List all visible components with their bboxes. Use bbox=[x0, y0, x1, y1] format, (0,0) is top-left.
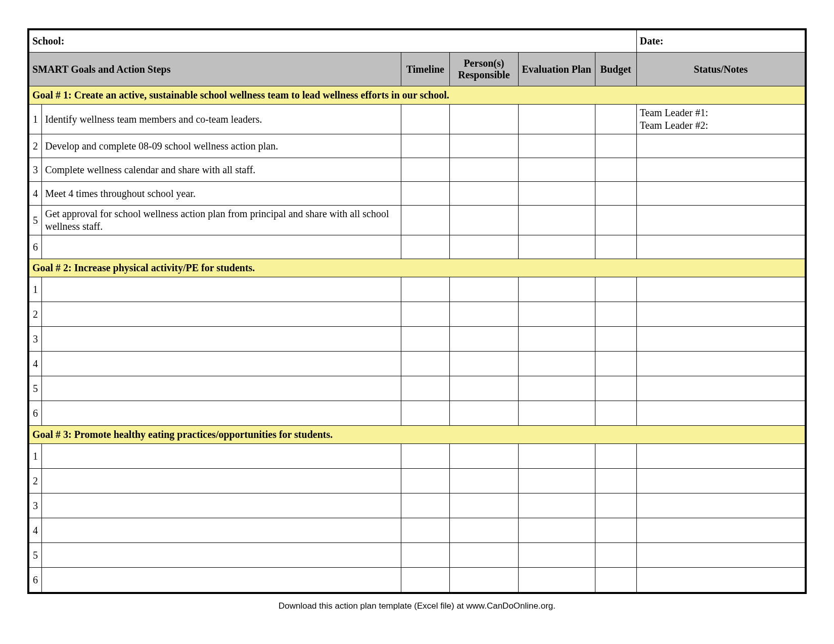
persons-cell bbox=[450, 352, 519, 376]
table-row: 1 Identify wellness team members and co-… bbox=[28, 105, 806, 134]
persons-cell bbox=[450, 518, 519, 543]
table-row: 3 Complete wellness calendar and share w… bbox=[28, 158, 806, 182]
timeline-cell bbox=[401, 543, 450, 568]
eval-cell bbox=[518, 134, 595, 158]
table-row: 2 bbox=[28, 469, 806, 493]
row-number: 4 bbox=[28, 518, 42, 543]
notes-cell bbox=[636, 493, 806, 518]
timeline-cell bbox=[401, 376, 450, 401]
budget-cell bbox=[595, 327, 636, 352]
budget-cell bbox=[595, 401, 636, 426]
persons-cell bbox=[450, 401, 519, 426]
persons-cell bbox=[450, 134, 519, 158]
row-number: 3 bbox=[28, 493, 42, 518]
notes-cell bbox=[636, 134, 806, 158]
notes-cell bbox=[636, 444, 806, 469]
school-label: School: bbox=[28, 29, 636, 53]
row-number: 5 bbox=[28, 206, 42, 235]
persons-cell bbox=[450, 469, 519, 493]
persons-cell bbox=[450, 182, 519, 206]
notes-cell bbox=[636, 182, 806, 206]
persons-cell bbox=[450, 302, 519, 327]
step-cell bbox=[42, 469, 401, 493]
table-row: 3 bbox=[28, 327, 806, 352]
eval-cell bbox=[518, 182, 595, 206]
row-number: 5 bbox=[28, 376, 42, 401]
row-number: 6 bbox=[28, 568, 42, 593]
row-number: 1 bbox=[28, 277, 42, 302]
step-cell bbox=[42, 401, 401, 426]
timeline-cell bbox=[401, 469, 450, 493]
eval-cell bbox=[518, 158, 595, 182]
row-number: 3 bbox=[28, 158, 42, 182]
eval-cell bbox=[518, 543, 595, 568]
goal-2-title: Goal # 2: Increase physical activity/PE … bbox=[28, 259, 806, 277]
notes-cell: Team Leader #1:Team Leader #2: bbox=[636, 105, 806, 134]
eval-cell bbox=[518, 302, 595, 327]
row-number: 4 bbox=[28, 182, 42, 206]
table-row: 6 bbox=[28, 568, 806, 593]
row-number: 2 bbox=[28, 302, 42, 327]
eval-cell bbox=[518, 401, 595, 426]
step-cell bbox=[42, 376, 401, 401]
timeline-cell bbox=[401, 134, 450, 158]
notes-cell bbox=[636, 352, 806, 376]
persons-cell bbox=[450, 235, 519, 259]
timeline-cell bbox=[401, 158, 450, 182]
step-cell bbox=[42, 568, 401, 593]
timeline-cell bbox=[401, 105, 450, 134]
row-number: 6 bbox=[28, 401, 42, 426]
budget-cell bbox=[595, 568, 636, 593]
timeline-cell bbox=[401, 444, 450, 469]
persons-cell bbox=[450, 444, 519, 469]
notes-cell bbox=[636, 277, 806, 302]
step-cell bbox=[42, 277, 401, 302]
step-cell bbox=[42, 235, 401, 259]
table-row: 4 bbox=[28, 518, 806, 543]
table-row: 5 bbox=[28, 543, 806, 568]
goal-2-title-row: Goal # 2: Increase physical activity/PE … bbox=[28, 259, 806, 277]
goal-1-title-row: Goal # 1: Create an active, sustainable … bbox=[28, 86, 806, 105]
row-number: 3 bbox=[28, 327, 42, 352]
eval-cell bbox=[518, 277, 595, 302]
persons-cell bbox=[450, 206, 519, 235]
eval-cell bbox=[518, 105, 595, 134]
budget-cell bbox=[595, 376, 636, 401]
col-eval: Evaluation Plan bbox=[518, 53, 595, 86]
row-number: 2 bbox=[28, 134, 42, 158]
notes-cell bbox=[636, 158, 806, 182]
footer-note: Download this action plan template (Exce… bbox=[27, 601, 807, 611]
budget-cell bbox=[595, 469, 636, 493]
persons-cell bbox=[450, 277, 519, 302]
table-row: 2 bbox=[28, 302, 806, 327]
step-cell bbox=[42, 543, 401, 568]
step-cell bbox=[42, 327, 401, 352]
step-cell: Get approval for school wellness action … bbox=[42, 206, 401, 235]
budget-cell bbox=[595, 277, 636, 302]
table-row: 5 Get approval for school wellness actio… bbox=[28, 206, 806, 235]
budget-cell bbox=[595, 543, 636, 568]
notes-cell bbox=[636, 543, 806, 568]
persons-cell bbox=[450, 568, 519, 593]
persons-cell bbox=[450, 543, 519, 568]
eval-cell bbox=[518, 235, 595, 259]
row-number: 4 bbox=[28, 352, 42, 376]
goal-3-title-row: Goal # 3: Promote healthy eating practic… bbox=[28, 426, 806, 444]
budget-cell bbox=[595, 444, 636, 469]
timeline-cell bbox=[401, 352, 450, 376]
page: School: Date: SMART Goals and Action Ste… bbox=[0, 0, 834, 644]
timeline-cell bbox=[401, 401, 450, 426]
timeline-cell bbox=[401, 302, 450, 327]
eval-cell bbox=[518, 518, 595, 543]
notes-cell bbox=[636, 376, 806, 401]
notes-cell bbox=[636, 235, 806, 259]
step-cell bbox=[42, 444, 401, 469]
table-row: 4 bbox=[28, 352, 806, 376]
persons-cell bbox=[450, 493, 519, 518]
col-budget: Budget bbox=[595, 53, 636, 86]
row-number: 1 bbox=[28, 105, 42, 134]
persons-cell bbox=[450, 105, 519, 134]
step-cell bbox=[42, 493, 401, 518]
notes-cell bbox=[636, 469, 806, 493]
step-cell bbox=[42, 302, 401, 327]
